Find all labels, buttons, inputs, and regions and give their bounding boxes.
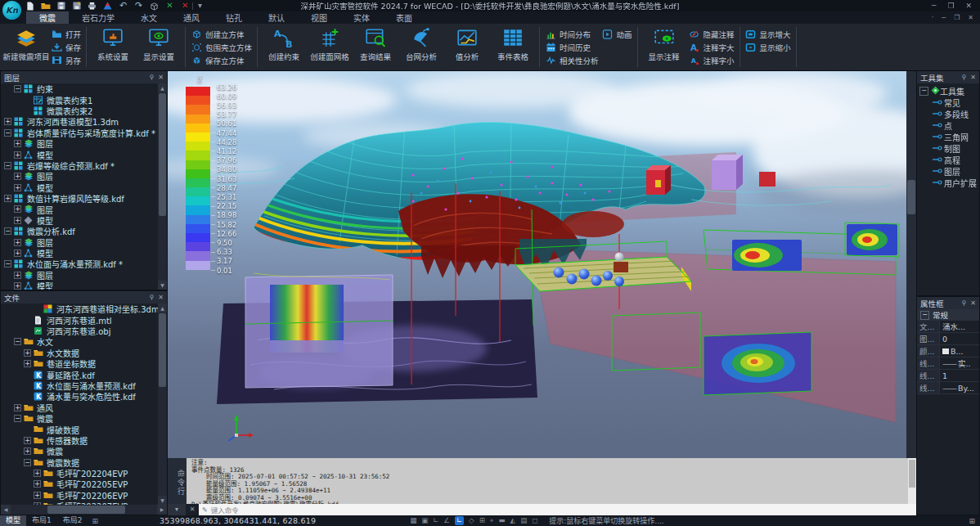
ribbon-button[interactable]: 相关性分析 (545, 54, 599, 66)
tree-item[interactable]: +模型 (1, 215, 158, 226)
tree-expander-icon[interactable]: + (4, 195, 11, 202)
tree-expander-icon[interactable]: + (14, 239, 21, 246)
status-grid-icon[interactable]: ⊞ (969, 517, 980, 525)
tree-expander-icon[interactable]: + (34, 492, 41, 499)
scroll-down-icon[interactable]: ▼ (158, 281, 167, 290)
property-row[interactable]: 文...涌水... (917, 321, 979, 333)
property-value[interactable]: 0 (940, 333, 979, 344)
tree-expander-icon[interactable]: + (14, 282, 21, 290)
tree-item[interactable]: −水位面与涌水量预测.kdf * (1, 259, 158, 269)
ribbon-button[interactable]: 保存立方体 (191, 54, 252, 66)
tree-expander-icon[interactable]: + (14, 272, 21, 279)
ribbon-button[interactable]: 显示缩小 (745, 41, 791, 53)
osnap-icon[interactable]: ◇ (469, 516, 474, 525)
doc-dropdown-button[interactable]: · (932, 14, 934, 21)
viewport-scrollbar[interactable] (906, 70, 916, 458)
tree-expander-icon[interactable]: − (14, 85, 21, 92)
ribbon-button[interactable]: 隐藏注释 (689, 28, 735, 40)
tree-item[interactable]: 河西河东巷道.obj (1, 326, 158, 336)
undo-icon[interactable]: ↶ (118, 1, 128, 11)
console-scrollbar[interactable] (908, 458, 916, 504)
clean-screen-icon[interactable]: ◻ (532, 516, 537, 525)
print-icon[interactable] (87, 1, 97, 11)
tree-item[interactable]: −水文 (1, 336, 158, 347)
tree-item[interactable]: +河东河西巷道模型1.3dm (1, 116, 158, 127)
tree-item[interactable]: 微震表约束1 (1, 94, 158, 105)
workspace-icon[interactable]: ▤ (520, 516, 527, 525)
ribbon-button[interactable]: 系统设置 (92, 25, 134, 62)
tree-item[interactable]: +图层 (1, 138, 158, 149)
save-file-icon[interactable] (56, 1, 66, 11)
toolset-root[interactable]: −工具集 (917, 85, 979, 97)
lineweight-icon[interactable]: ▬ (499, 516, 506, 525)
layout-tab-布局2[interactable]: 布局2 (57, 515, 88, 526)
tree-expander-icon[interactable]: + (24, 349, 31, 357)
tree-item[interactable]: K涌水量与突水危险性.kdf (1, 391, 158, 402)
tree-expander-icon[interactable]: + (34, 480, 41, 488)
layout-tab-布局1[interactable]: 布局1 (26, 515, 57, 526)
tree-item[interactable]: −微震 (1, 413, 158, 424)
ribbon-button[interactable]: 显示设置 (137, 25, 180, 62)
tree-expander-icon[interactable]: − (24, 459, 31, 466)
doc-minimize-button[interactable]: ─ (942, 14, 946, 21)
files-hscrollbar[interactable]: ◀ ▶ (1, 505, 167, 515)
console-expand-icon[interactable]: ▾ (168, 504, 186, 515)
property-value[interactable]: ——实.. (940, 357, 979, 369)
pin-icon[interactable]: ⚲ (961, 74, 966, 81)
ribbon-button[interactable]: 包围壳立方体 (191, 41, 252, 53)
tree-expander-icon[interactable]: + (4, 118, 11, 125)
close-icon[interactable]: ✕ (158, 74, 164, 81)
toolset-item[interactable]: 多段线 (917, 108, 979, 119)
property-row[interactable]: 图...0 (917, 333, 979, 345)
tree-item[interactable]: +微震 (1, 446, 158, 456)
tree-expander-icon[interactable]: − (919, 87, 928, 96)
layers-scrollbar[interactable]: ▲ ▼ (158, 83, 167, 290)
tree-item[interactable]: K水位面与涌水量预测.kdf (1, 380, 158, 391)
property-value[interactable]: 涌水... (940, 321, 979, 332)
property-row[interactable]: 线...——实.. (917, 357, 979, 370)
snap-icon[interactable]: ▣ (421, 516, 428, 525)
tree-item[interactable]: −微震数据 (1, 456, 158, 467)
ribbon-button[interactable]: 创建面网格 (308, 25, 351, 62)
tree-item[interactable]: +通风 (1, 402, 158, 413)
tree-expander-icon[interactable]: + (14, 184, 21, 191)
tree-expander-icon[interactable]: + (14, 250, 21, 257)
menu-tab-8[interactable]: 实体 (340, 11, 383, 24)
tree-expander-icon[interactable]: − (14, 415, 21, 422)
tree-item[interactable]: +图层 (1, 236, 158, 247)
new-layout-button[interactable]: ⊞ (88, 517, 102, 525)
tree-item[interactable]: +毛坪矿202204EVP (1, 468, 158, 479)
menu-tab-1[interactable]: 微震 (26, 11, 69, 24)
console-tab[interactable]: 命令行 (168, 458, 187, 504)
ribbon-button[interactable]: 创建立方体 (191, 28, 252, 40)
scroll-down-icon[interactable]: ▼ (158, 496, 167, 505)
menu-tab-7[interactable]: 视图 (298, 11, 340, 24)
tree-item[interactable]: +巷道坐标数据 (1, 358, 158, 369)
ribbon-button[interactable]: 显示注释 (643, 25, 686, 62)
tree-item[interactable]: +毛坪矿202205EVP (1, 479, 158, 489)
property-row[interactable]: 颜...B... (917, 345, 979, 357)
tree-expander-icon[interactable]: + (14, 404, 21, 411)
tree-expander-icon[interactable]: + (14, 173, 21, 180)
annotation-icon[interactable]: ◭ (510, 516, 516, 525)
tree-expander-icon[interactable]: − (920, 311, 929, 320)
tree-item[interactable]: +水文数据 (1, 348, 158, 358)
scroll-up-icon[interactable]: ▲ (158, 83, 167, 92)
tree-item[interactable]: +模型 (1, 182, 158, 193)
close-doc-icon[interactable]: ✕ (180, 1, 191, 11)
tree-expander-icon[interactable]: + (24, 437, 31, 444)
tree-item[interactable]: +模型 (1, 248, 158, 259)
toolset-item[interactable]: 三角网 (917, 131, 979, 142)
redo-icon[interactable]: ↷ (133, 1, 144, 11)
scroll-up-icon[interactable]: ▲ (158, 303, 167, 312)
ribbon-button[interactable]: 显示增大 (745, 28, 791, 40)
tree-item[interactable]: K蔓延路径.kdf (1, 369, 158, 380)
ribbon-button[interactable]: 新建微震项目 (5, 25, 47, 62)
ribbon-button[interactable]: 动画 (602, 28, 632, 40)
tree-item[interactable]: 河西河东巷道.mtl (1, 314, 158, 325)
tree-item[interactable]: +图层 (1, 171, 158, 182)
open-file-icon[interactable] (40, 1, 51, 11)
ribbon-button[interactable]: AB创建约束 (263, 25, 305, 62)
tree-expander-icon[interactable]: + (34, 470, 41, 477)
tree-expander-icon[interactable]: − (4, 129, 11, 137)
